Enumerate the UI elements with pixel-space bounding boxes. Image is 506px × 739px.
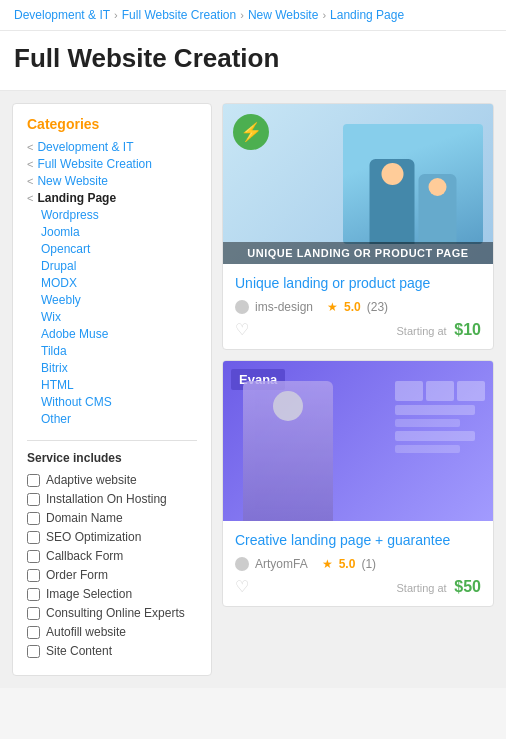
sub-item-html[interactable]: HTML [41, 378, 197, 392]
sub-link-bitrix[interactable]: Bitrix [41, 361, 68, 375]
sub-link-opencart[interactable]: Opencart [41, 242, 90, 256]
sub-link-wordpress[interactable]: Wordpress [41, 208, 99, 222]
checkbox-item-seo[interactable]: SEO Optimization [27, 530, 197, 544]
categories-title: Categories [27, 116, 197, 132]
card2-meta: ArtyomFA ★ 5.0 (1) [235, 557, 481, 571]
page-header: Full Website Creation [0, 31, 506, 91]
sub-item-joomla[interactable]: Joomla [41, 225, 197, 239]
sub-item-tilda[interactable]: Tilda [41, 344, 197, 358]
breadcrumb-dev-it[interactable]: Development & IT [14, 8, 110, 22]
card1-footer: ♡ Starting at $10 [235, 320, 481, 339]
arrow-icon-landing: < [27, 192, 33, 204]
card2-thumb-2 [426, 381, 454, 401]
card1-body: Unique landing or product page ims-desig… [223, 264, 493, 349]
sidebar-item-new-website[interactable]: < New Website [27, 174, 197, 188]
card2-thumb-1 [395, 381, 423, 401]
card2-screenshot-row-1 [395, 381, 485, 401]
checkbox-item-installation[interactable]: Installation On Hosting [27, 492, 197, 506]
card1-title[interactable]: Unique landing or product page [235, 274, 481, 292]
card2-text-block-2 [395, 419, 460, 427]
heart1-icon[interactable]: ♡ [235, 320, 249, 339]
page-title: Full Website Creation [14, 43, 492, 74]
sub-link-without-cms[interactable]: Without CMS [41, 395, 112, 409]
sub-item-bitrix[interactable]: Bitrix [41, 361, 197, 375]
checkbox-item-consulting[interactable]: Consulting Online Experts [27, 606, 197, 620]
sub-item-weebly[interactable]: Weebly [41, 293, 197, 307]
breadcrumb-landing-page[interactable]: Landing Page [330, 8, 404, 22]
sub-item-opencart[interactable]: Opencart [41, 242, 197, 256]
breadcrumb-new-website[interactable]: New Website [248, 8, 318, 22]
rating2-count: (1) [361, 557, 376, 571]
sidebar-divider [27, 440, 197, 441]
card2-body: Creative landing page + guarantee Artyom… [223, 521, 493, 606]
arrow-icon-full: < [27, 158, 33, 170]
checkbox-item-domain[interactable]: Domain Name [27, 511, 197, 525]
nav-link-full-website[interactable]: Full Website Creation [37, 157, 152, 171]
nav-link-landing-page[interactable]: Landing Page [37, 191, 116, 205]
checkbox-item-image-selection[interactable]: Image Selection [27, 587, 197, 601]
sub-link-drupal[interactable]: Drupal [41, 259, 76, 273]
breadcrumb-sep-1: › [114, 9, 118, 21]
checkbox-autofill[interactable] [27, 626, 40, 639]
checkbox-item-callback[interactable]: Callback Form [27, 549, 197, 563]
checkbox-label-adaptive: Adaptive website [46, 473, 137, 487]
checkbox-seo[interactable] [27, 531, 40, 544]
sub-item-wix[interactable]: Wix [41, 310, 197, 324]
checkbox-order-form[interactable] [27, 569, 40, 582]
checkbox-domain[interactable] [27, 512, 40, 525]
sub-item-other[interactable]: Other [41, 412, 197, 426]
checkbox-item-adaptive[interactable]: Adaptive website [27, 473, 197, 487]
sidebar-nav-list: < Development & IT < Full Website Creati… [27, 140, 197, 426]
sub-link-modx[interactable]: MODX [41, 276, 77, 290]
sub-item-modx[interactable]: MODX [41, 276, 197, 290]
rating2-stars: ★ [322, 557, 333, 571]
checkbox-installation[interactable] [27, 493, 40, 506]
sidebar-item-full-website[interactable]: < Full Website Creation [27, 157, 197, 171]
checkbox-callback[interactable] [27, 550, 40, 563]
sub-link-wix[interactable]: Wix [41, 310, 61, 324]
product-image-2: Evana [223, 361, 493, 521]
card2-background: Evana [223, 361, 493, 521]
sidebar-item-landing-page[interactable]: < Landing Page Wordpress Joomla Opencart… [27, 191, 197, 426]
card2-title[interactable]: Creative landing page + guarantee [235, 531, 481, 549]
arrow-icon-new: < [27, 175, 33, 187]
sub-link-html[interactable]: HTML [41, 378, 74, 392]
sub-link-weebly[interactable]: Weebly [41, 293, 81, 307]
card1-meta: ims-design ★ 5.0 (23) [235, 300, 481, 314]
checkbox-item-site-content[interactable]: Site Content [27, 644, 197, 658]
card1-price: $10 [454, 321, 481, 338]
sub-link-other[interactable]: Other [41, 412, 71, 426]
sub-link-tilda[interactable]: Tilda [41, 344, 67, 358]
nav-link-dev-it[interactable]: Development & IT [37, 140, 133, 154]
checkbox-label-autofill: Autofill website [46, 625, 126, 639]
breadcrumb-sep-2: › [240, 9, 244, 21]
nav-link-new-website[interactable]: New Website [37, 174, 107, 188]
people-figures [370, 159, 457, 244]
card2-thumb-3 [457, 381, 485, 401]
seller2-avatar [235, 557, 249, 571]
card1-title-link[interactable]: Unique landing or product page [235, 275, 430, 291]
checkbox-item-order-form[interactable]: Order Form [27, 568, 197, 582]
breadcrumb-sep-3: › [322, 9, 326, 21]
person2-figure [419, 174, 457, 244]
checkbox-consulting[interactable] [27, 607, 40, 620]
breadcrumb-full-website[interactable]: Full Website Creation [122, 8, 237, 22]
service-includes-title: Service includes [27, 451, 197, 465]
checkbox-item-autofill[interactable]: Autofill website [27, 625, 197, 639]
card2-person-head [273, 391, 303, 421]
sub-link-adobe-muse[interactable]: Adobe Muse [41, 327, 108, 341]
checkbox-image-selection[interactable] [27, 588, 40, 601]
card2-title-link[interactable]: Creative landing page + guarantee [235, 532, 450, 548]
heart2-icon[interactable]: ♡ [235, 577, 249, 596]
card2-price: $50 [454, 578, 481, 595]
sub-link-joomla[interactable]: Joomla [41, 225, 80, 239]
sub-item-drupal[interactable]: Drupal [41, 259, 197, 273]
sub-item-wordpress[interactable]: Wordpress [41, 208, 197, 222]
sub-item-without-cms[interactable]: Without CMS [41, 395, 197, 409]
checkbox-adaptive[interactable] [27, 474, 40, 487]
sub-item-adobe-muse[interactable]: Adobe Muse [41, 327, 197, 341]
checkbox-site-content[interactable] [27, 645, 40, 658]
sidebar-item-dev-it[interactable]: < Development & IT [27, 140, 197, 154]
person1-head [381, 163, 403, 185]
card2-footer: ♡ Starting at $50 [235, 577, 481, 596]
